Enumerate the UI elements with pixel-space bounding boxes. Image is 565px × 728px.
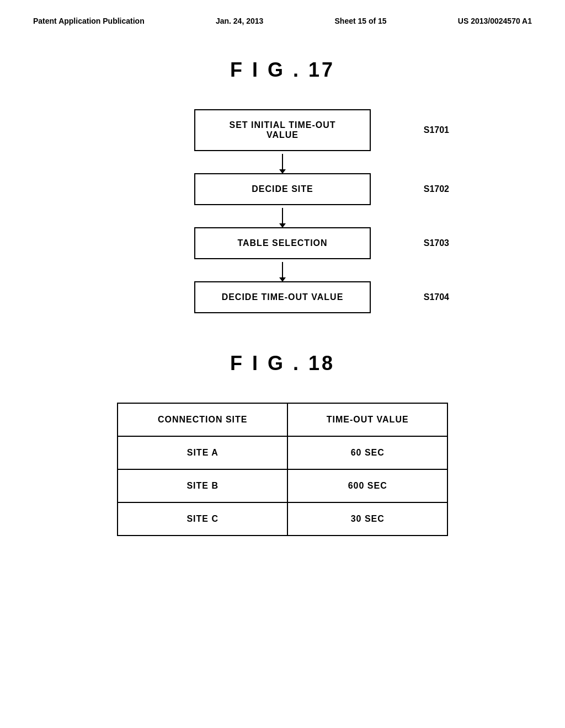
arrow-down-2 [282, 208, 283, 224]
table-cell-0-1: 60 SEC [287, 436, 447, 469]
header-sheet: Sheet 15 of 15 [335, 17, 387, 25]
col-header-timeout-value: TIME-OUT VALUE [287, 403, 447, 436]
table-cell-1-0: SITE B [118, 469, 287, 502]
fig17-title: F I G . 17 [33, 58, 532, 82]
flow-box-s1703: TABLE SELECTION [194, 227, 371, 259]
header-patent: US 2013/0024570 A1 [458, 17, 532, 25]
page-header: Patent Application Publication Jan. 24, … [33, 17, 532, 25]
fig18-table: CONNECTION SITE TIME-OUT VALUE SITE A60 … [117, 403, 448, 536]
flow-box-s1701: SET INITIAL TIME-OUT VALUE [194, 109, 371, 151]
flow-step-s1704: DECIDE TIME-OUT VALUE S1704 [33, 281, 532, 313]
flow-label-s1702: S1702 [424, 184, 449, 194]
flow-label-s1703: S1703 [424, 238, 449, 248]
table-row: SITE A60 SEC [118, 436, 447, 469]
page: Patent Application Publication Jan. 24, … [0, 0, 565, 728]
table-body: SITE A60 SECSITE B600 SECSITE C30 SEC [118, 436, 447, 536]
table-row: SITE B600 SEC [118, 469, 447, 502]
flow-label-s1704: S1704 [424, 292, 449, 302]
fig18-section: F I G . 18 CONNECTION SITE TIME-OUT VALU… [33, 352, 532, 536]
header-left: Patent Application Publication [33, 17, 145, 25]
table-cell-1-1: 600 SEC [287, 469, 447, 502]
table-header-row: CONNECTION SITE TIME-OUT VALUE [118, 403, 447, 436]
fig18-title: F I G . 18 [33, 352, 532, 375]
arrow-3 [282, 259, 283, 281]
arrow-down-1 [282, 154, 283, 170]
fig17-section: F I G . 17 SET INITIAL TIME-OUT VALUE S1… [33, 58, 532, 313]
arrow-down-3 [282, 262, 283, 279]
flow-step-s1701: SET INITIAL TIME-OUT VALUE S1701 [33, 109, 532, 151]
arrow-1 [282, 151, 283, 173]
table-cell-0-0: SITE A [118, 436, 287, 469]
table-cell-2-0: SITE C [118, 502, 287, 536]
flow-label-s1701: S1701 [424, 125, 449, 135]
flow-box-s1704: DECIDE TIME-OUT VALUE [194, 281, 371, 313]
arrow-2 [282, 205, 283, 227]
flow-box-s1702: DECIDE SITE [194, 173, 371, 205]
flow-step-s1702: DECIDE SITE S1702 [33, 173, 532, 205]
table-cell-2-1: 30 SEC [287, 502, 447, 536]
header-date: Jan. 24, 2013 [216, 17, 263, 25]
flow-step-s1703: TABLE SELECTION S1703 [33, 227, 532, 259]
flowchart: SET INITIAL TIME-OUT VALUE S1701 DECIDE … [33, 109, 532, 313]
col-header-connection-site: CONNECTION SITE [118, 403, 287, 436]
table-row: SITE C30 SEC [118, 502, 447, 536]
